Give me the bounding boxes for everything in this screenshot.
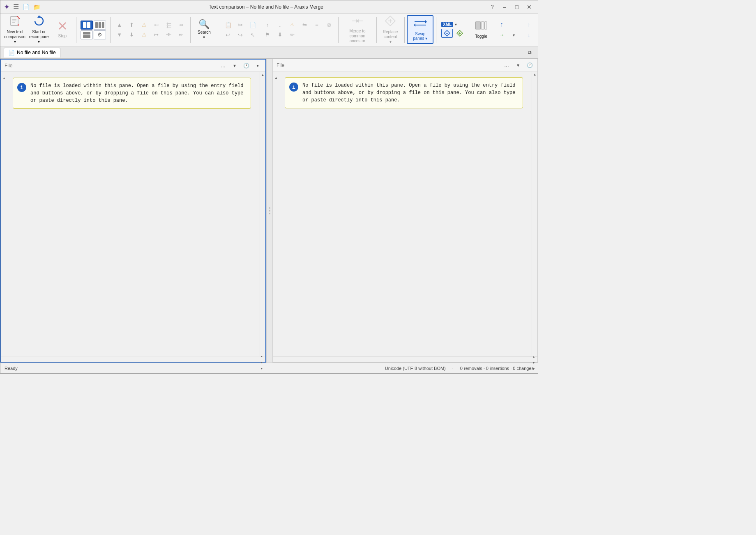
go-down-button[interactable]: ↓ [274, 21, 286, 30]
svg-rect-33 [481, 22, 484, 29]
three-pane-view-button[interactable] [94, 21, 106, 30]
clear-button[interactable]: ⎚ [323, 21, 335, 30]
text-cursor [13, 113, 13, 119]
edit-button[interactable]: ✏ [286, 30, 298, 39]
clipboard-row-1: 📋 ✂ 📄 [222, 21, 258, 30]
open-file-icon[interactable]: 📁 [32, 2, 41, 11]
align-left-button[interactable]: ⬱ [163, 21, 175, 30]
status-divider: · [452, 366, 454, 371]
light-up-btn[interactable]: ↑ [523, 20, 535, 29]
arrow-dropdown-button[interactable]: ▾ [508, 30, 520, 39]
right-scroll-up-arrow[interactable]: ▲ [273, 75, 279, 80]
left-bottom-down[interactable]: ▼ [259, 359, 265, 365]
left-pane-ellipsis-button[interactable]: … [219, 61, 228, 70]
swap-panes-button[interactable]: Swappanes ▾ [407, 15, 433, 44]
go-up-button[interactable]: ↑ [262, 21, 273, 30]
align-all-button[interactable]: ≡ [311, 21, 323, 30]
maximize-button[interactable]: □ [512, 2, 522, 12]
xml-sub-btn-2[interactable] [454, 29, 466, 38]
tab-expand-button[interactable]: ⧉ [525, 48, 535, 57]
copy-up-button[interactable]: ⬆ [126, 21, 138, 30]
merge-right-button[interactable]: ↦ [151, 30, 162, 39]
stop-button[interactable]: Stop [51, 15, 74, 44]
start-recompare-button[interactable]: Start orrecompare ▾ [28, 15, 50, 44]
tab-title: No file and No file [17, 50, 56, 55]
skip2-button[interactable]: ↞ [175, 30, 187, 39]
replace-content-button[interactable]: Replacecontent ▾ [379, 15, 402, 44]
stop-label: Stop [58, 34, 67, 39]
copy-down-button[interactable]: ⬇ [126, 30, 138, 39]
left-pane: … ▾ 🕐 ● ▲ i No file is loaded within thi… [0, 59, 266, 363]
new-file-icon[interactable]: 📄 [21, 2, 30, 11]
minimize-button[interactable]: – [499, 2, 510, 12]
skip-button[interactable]: ↠ [175, 21, 187, 30]
light-arrow-group: ↑ ↓ [522, 15, 535, 44]
paste-button[interactable]: 📄 [247, 21, 258, 30]
right-pane-dropdown-button[interactable]: ▾ [514, 61, 523, 70]
app-logo: ✦ [4, 2, 10, 11]
help-button[interactable]: ? [487, 2, 498, 12]
right-scroll-top-button[interactable]: ▲ [532, 71, 538, 77]
two-pane-view-button[interactable] [81, 21, 93, 30]
redo-button[interactable]: ↪ [235, 30, 246, 39]
search-icon: 🔍 [198, 20, 210, 29]
merge-to-ancestor-button[interactable]: Merge tocommon ancestor [341, 15, 374, 44]
svg-rect-12 [99, 22, 101, 28]
right-pane-ellipsis-button[interactable]: … [502, 61, 511, 70]
green-right-button[interactable]: → [496, 30, 507, 39]
merge-left-button[interactable]: ↤ [151, 21, 162, 30]
right-pane-bottom: ▲ ▲ ▼ ▼ [273, 356, 537, 362]
left-scroll-up-arrow[interactable]: ▲ [1, 75, 7, 81]
xml-dropdown-btn[interactable]: ▾ [455, 22, 457, 27]
tab-bar: 📄 No file and No file ⧉ [0, 46, 538, 59]
nav-down-button[interactable]: ▼ [114, 30, 125, 39]
select-button[interactable]: ↖ [247, 30, 258, 39]
nav-up-button[interactable]: ▲ [114, 21, 125, 30]
menu-button[interactable]: ☰ [13, 3, 19, 11]
right-file-path-input[interactable] [277, 62, 500, 68]
left-pane-text-area[interactable]: i No file is loaded within this pane. Op… [7, 72, 260, 356]
merge-all-button[interactable]: ⇋ [299, 21, 310, 30]
left-info-icon: i [17, 83, 26, 92]
right-bottom-down[interactable]: ▼ [531, 360, 537, 365]
export-button[interactable]: ⬇ [274, 30, 286, 39]
align-right-button[interactable]: ⬲ [163, 30, 175, 39]
swap-panes-icon [414, 18, 427, 31]
left-pane-dropdown-button[interactable]: ▾ [230, 61, 239, 70]
right-pane-history-button[interactable]: 🕐 [525, 61, 534, 70]
encoding-label: Unicode (UTF-8 without BOM) [385, 366, 446, 371]
close-button[interactable]: ✕ [524, 2, 535, 12]
copy-button[interactable]: 📋 [222, 21, 234, 30]
light-down-btn[interactable]: ↓ [523, 30, 535, 39]
left-pane-history-button[interactable]: 🕐 [242, 61, 251, 70]
new-text-comparison-button[interactable]: + New textcomparison ▾ [3, 15, 27, 44]
right-pane-body: ▲ i No file is loaded within this pane. … [273, 71, 537, 356]
toggle-icon [475, 21, 487, 33]
window-controls: ? – □ ✕ [487, 2, 535, 12]
blue-arrow-up-button[interactable]: ↑ [496, 20, 507, 29]
left-pane-header: … ▾ 🕐 ● [1, 60, 265, 72]
left-bottom-down2[interactable]: ▼ [259, 365, 265, 371]
tab-no-file[interactable]: 📄 No file and No file [4, 48, 60, 57]
status-bar: Ready Unicode (UTF-8 without BOM) · 0 re… [0, 363, 538, 373]
nav-column-5: ⬱ ⬲ [163, 21, 175, 39]
xml-sub-btn-1[interactable] [441, 29, 453, 38]
cut-button[interactable]: ✂ [235, 21, 246, 30]
undo-button[interactable]: ↩ [222, 30, 234, 39]
toggle-button[interactable]: Toggle [469, 15, 493, 44]
left-pane-body: ▲ i No file is loaded within this pane. … [1, 72, 265, 356]
left-scroll-top-button[interactable]: ▲ [260, 72, 266, 78]
window-title: Text comparison – No file and No file – … [45, 4, 487, 10]
right-pane-text-area[interactable]: i No file is loaded within this pane. Op… [279, 71, 532, 356]
left-pane-dot-button[interactable]: ● [253, 61, 262, 70]
bookmark-button[interactable]: ⚑ [262, 30, 273, 39]
pane-splitter[interactable] [266, 59, 273, 363]
horizontal-view-button[interactable] [81, 30, 93, 39]
settings-view-button[interactable]: ⚙ [94, 30, 106, 39]
main-content: … ▾ 🕐 ● ▲ i No file is loaded within thi… [0, 59, 538, 363]
right-info-box: i No file is loaded within this pane. Op… [285, 77, 523, 108]
left-file-path-input[interactable] [5, 63, 216, 69]
merge-to-ancestor-label: Merge tocommon ancestor [344, 29, 371, 44]
warn-badge: ⚠ [286, 21, 298, 30]
search-button[interactable]: 🔍 Search ▾ [193, 15, 215, 44]
